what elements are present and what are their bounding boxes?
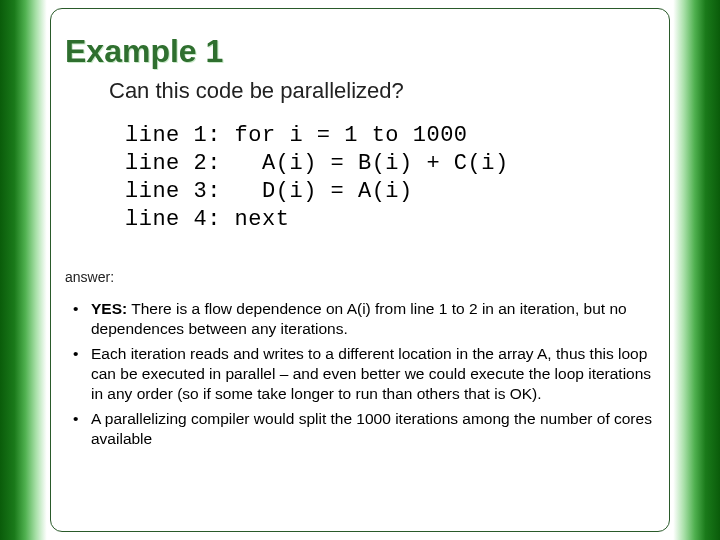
code-line-1: line 1: for i = 1 to 1000	[125, 123, 468, 148]
code-line-3: line 3: D(i) = A(i)	[125, 179, 413, 204]
answer-bullets: YES: There is a flow dependence on A(i) …	[65, 299, 655, 450]
bullet-1-rest: There is a flow dependence on A(i) from …	[91, 300, 627, 337]
code-line-2: line 2: A(i) = B(i) + C(i)	[125, 151, 509, 176]
slide-body: Example 1 Can this code be parallelized?…	[50, 8, 670, 532]
bullet-3: A parallelizing compiler would split the…	[91, 410, 652, 447]
code-line-4: line 4: next	[125, 207, 289, 232]
bullet-1-lead: YES:	[91, 300, 127, 317]
list-item: A parallelizing compiler would split the…	[65, 409, 655, 450]
list-item: YES: There is a flow dependence on A(i) …	[65, 299, 655, 340]
slide-title: Example 1	[65, 33, 655, 70]
list-item: Each iteration reads and writes to a dif…	[65, 344, 655, 405]
code-block: line 1: for i = 1 to 1000 line 2: A(i) =…	[125, 122, 655, 235]
bullet-2: Each iteration reads and writes to a dif…	[91, 345, 651, 403]
answer-label: answer:	[65, 269, 655, 285]
slide-question: Can this code be parallelized?	[109, 78, 655, 104]
